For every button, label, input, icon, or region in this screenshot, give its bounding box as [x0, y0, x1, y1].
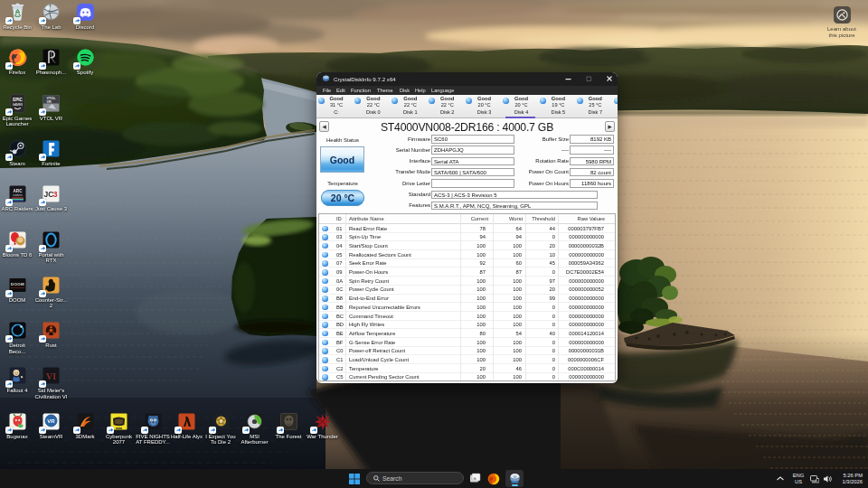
- svg-text:GAMES: GAMES: [12, 102, 23, 106]
- svg-text:VR: VR: [47, 418, 55, 424]
- svg-text:VI: VI: [46, 371, 56, 381]
- svg-text:DOOM: DOOM: [11, 282, 24, 286]
- svg-text:raiders: raiders: [13, 193, 23, 197]
- svg-text:VR: VR: [47, 99, 52, 103]
- svg-text:3: 3: [53, 190, 58, 199]
- svg-text:EPIC: EPIC: [13, 98, 23, 102]
